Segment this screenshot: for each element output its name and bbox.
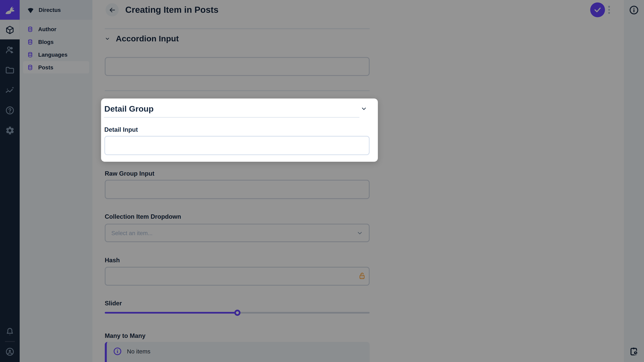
chevron-down-icon — [360, 105, 367, 112]
dim-overlay — [0, 0, 644, 362]
detail-group-card: Detail Group Detail Input — [101, 98, 378, 162]
detail-group-toggle[interactable]: Detail Group — [104, 103, 367, 115]
app-window: Directus Author Blogs Languages Posts — [0, 0, 644, 362]
detail-input-field[interactable] — [104, 136, 370, 155]
detail-input-label: Detail Input — [104, 126, 138, 133]
detail-group-title: Detail Group — [104, 104, 154, 113]
divider — [104, 117, 360, 118]
